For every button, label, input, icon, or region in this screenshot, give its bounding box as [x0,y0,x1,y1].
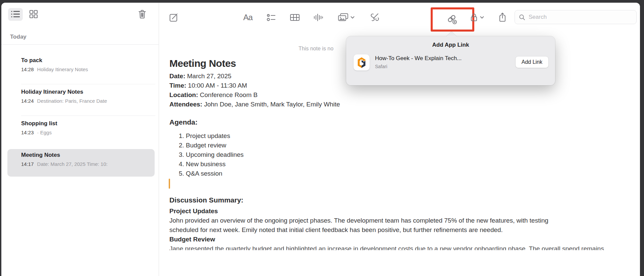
note-snippet: · Eggs [37,130,52,135]
paragraph-line: John provided an overview of the ongoing… [169,217,548,224]
notes-window: Today To pack 14:28Holiday Itinerary Not… [1,3,640,276]
add-link-icon [447,14,458,25]
add-app-link-button[interactable] [445,14,460,25]
note-title-heading: Meeting Notes [169,58,236,69]
agenda-item: 2. Budget review [179,142,226,149]
field-time: Time: 10:00 AM - 11:30 AM [169,82,247,89]
note-list-item-shopping[interactable]: Shopping list 14:23· Eggs [1,120,159,150]
popover-arrow [446,31,457,42]
media-icon [338,13,348,22]
add-app-link-popover: Add App Link How-To Geek - We Explain Te… [346,36,555,85]
field-label: Time: [169,82,186,89]
note-time: 14:23 [21,130,34,135]
scribble-markup-button[interactable] [368,11,382,24]
agenda-item: 4. New business [179,160,225,168]
popover-link-title: How-To Geek - We Explain Tech... [375,55,462,62]
search-input[interactable] [528,13,632,21]
divider [21,116,155,116]
list-view-button[interactable] [8,8,23,21]
note-subtitle: 14:24Destination: Paris, France Date [21,98,156,104]
clipped-paragraph-line: Jane presented the quarterly budget and … [169,245,604,250]
search-icon [519,14,525,20]
chevron-down-icon [351,16,355,19]
field-value: John Doe, Jane Smith, Mark Taylor, Emily… [202,101,340,108]
note-subtitle: 14:23· Eggs [21,130,156,135]
agenda-item: 5. Q&A session [179,170,222,177]
table-icon [290,13,300,21]
chevron-down-icon [480,16,484,19]
note-subtitle: 14:17Date: March 27, 2025 Time: 10: [21,161,152,167]
note-status-text: This note is no [299,46,333,52]
field-value: 10:00 AM - 11:30 AM [186,82,247,89]
field-location: Location: Conference Room B [169,91,258,99]
share-icon [498,12,506,22]
checklist-button[interactable] [264,11,279,24]
checklist-icon [266,13,276,22]
lock-note-button[interactable] [466,11,488,24]
note-time: 14:28 [21,66,34,72]
field-label: Attendees: [169,101,202,108]
field-label: Date: [169,73,185,80]
field-value: Conference Room B [198,91,258,98]
lock-icon [470,13,478,22]
paragraph-line: scheduled for next week. Emily noted tha… [169,226,503,234]
note-list-item-meeting-selected[interactable]: Meeting Notes 14:17Date: March 27, 2025 … [1,152,159,182]
text-cursor [169,179,170,189]
divider [21,84,155,84]
note-snippet: Destination: Paris, France Date [37,98,107,104]
sidebar: Today To pack 14:28Holiday Itinerary Not… [1,3,159,276]
new-note-button[interactable] [166,11,181,24]
note-subtitle: 14:28Holiday Itinerary Notes [21,66,156,72]
note-time: 14:24 [21,98,34,104]
trash-icon [138,9,147,20]
note-time: 14:17 [21,161,34,167]
field-label: Location: [169,91,198,98]
field-attendees: Attendees: John Doe, Jane Smith, Mark Ta… [169,101,340,108]
delete-note-button[interactable] [135,8,150,21]
format-text-button[interactable]: Aa [240,11,255,24]
popover-title: Add App Link [346,42,555,48]
search-field[interactable] [515,10,637,24]
note-list-item-holiday[interactable]: Holiday Itinerary Notes 14:24Destination… [1,89,159,119]
note-title: Holiday Itinerary Notes [21,89,83,95]
note-title: Shopping list [21,120,57,127]
budget-review-heading: Budget Review [169,236,215,243]
note-snippet: Holiday Itinerary Notes [37,66,88,72]
field-date: Date: March 27, 2025 [169,73,231,80]
divider [1,44,159,45]
insert-media-button[interactable] [335,11,357,24]
agenda-item: 1. Project updates [179,132,230,140]
project-updates-heading: Project Updates [169,208,218,215]
field-value: March 27, 2025 [185,73,231,80]
note-snippet: Date: March 27, 2025 Time: 10: [37,161,108,167]
agenda-item: 3. Upcoming deadlines [179,151,244,158]
discussion-summary-heading: Discussion Summary: [169,196,244,204]
table-button[interactable] [287,11,302,24]
add-link-button[interactable]: Add Link [516,56,548,68]
list-icon [10,10,20,19]
format-text-label: Aa [243,13,252,22]
note-title: To pack [21,57,42,64]
compose-icon [169,13,178,22]
gallery-view-button[interactable] [26,8,41,21]
grid-icon [29,10,38,19]
how-to-geek-app-icon [354,54,370,71]
audio-waveform-icon [313,12,323,22]
popover-source-app: Safari [375,64,387,69]
audio-record-button[interactable] [311,11,326,24]
agenda-heading: Agenda: [169,118,198,126]
note-list-item-to-pack[interactable]: To pack 14:28Holiday Itinerary Notes [1,57,159,87]
note-title: Meeting Notes [21,152,60,158]
share-button[interactable] [495,11,510,24]
scribble-pen-icon [370,12,380,22]
section-header-today: Today [10,34,26,40]
